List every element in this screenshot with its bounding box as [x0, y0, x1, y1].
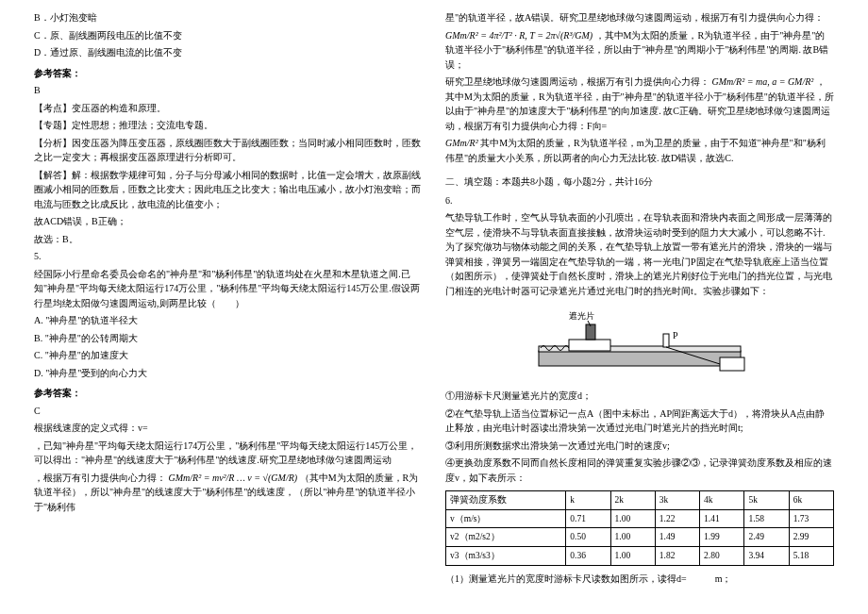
- option-b: B．小灯泡变暗: [34, 10, 423, 25]
- r-p4: 其中M为太阳的质量，R为轨道半径，m为卫星的质量，由于不知道"神舟星"和"杨利伟…: [445, 138, 826, 163]
- q6-step2: ②在气垫导轨上适当位置标记一点A（图中未标出，AP间距离远大于d），将滑块从A点…: [445, 407, 834, 436]
- svg-rect-6: [720, 357, 744, 371]
- q6-step3: ③利用所测数据求出滑块第一次通过光电门时的速度v;: [445, 439, 834, 454]
- q5-exp3-text: ，根据万有引力提供向心力得：: [34, 473, 166, 483]
- td: 2.99: [789, 528, 833, 547]
- r-formula3: GMm/R² 其中M为太阳的质量，R为轨道半径，m为卫星的质量，由于不知道"神舟…: [445, 136, 834, 165]
- th: 4k: [700, 491, 744, 510]
- td: 0.36: [566, 547, 610, 566]
- zhuanti: 【专题】定性思想；推理法；交流电专题。: [34, 118, 423, 133]
- page-container: B．小灯泡变暗 C．原、副线圈两段电压的比值不变 D．通过原、副线圈电流的比值不…: [0, 0, 868, 614]
- spring-table: 弹簧劲度系数 k 2k 3k 4k 5k 6k v（m/s） 0.71 1.00…: [445, 490, 834, 566]
- option-d: D．通过原、副线圈电流的比值不变: [34, 45, 423, 60]
- r-p3: 研究卫星绕地球做匀速圆周运动，根据万有引力提供向心力得：: [445, 76, 709, 87]
- r-formula1: GMm/R² = 4π²/T² · R, T = 2π√(R³/GM) ，其中M…: [445, 28, 834, 73]
- answer-heading: 参考答案：: [34, 66, 423, 81]
- td: 5.18: [789, 547, 833, 566]
- td: 3.94: [744, 547, 789, 566]
- q6-step1: ①用游标卡尺测量遮光片的宽度d；: [445, 389, 834, 404]
- left-column: B．小灯泡变暗 C．原、副线圈两段电压的比值不变 D．通过原、副线圈电流的比值不…: [23, 8, 434, 606]
- td: 1.73: [789, 509, 833, 528]
- jieda-result: 故ACD错误，B正确；: [34, 214, 423, 229]
- td: 1.00: [610, 509, 655, 528]
- td: 1.82: [655, 547, 699, 566]
- q5-exp2: ，已知"神舟星"平均每天绕太阳运行174万公里，"杨利伟星"平均每天绕太阳运行1…: [34, 439, 423, 468]
- td: v3（m3/s3）: [446, 547, 566, 566]
- td: 1.99: [700, 528, 744, 547]
- q6-number: 6.: [445, 193, 834, 208]
- q5-text: 经国际小行星命名委员会命名的"神舟星"和"杨利伟星"的轨道均处在火星和木星轨道之…: [34, 267, 423, 311]
- svg-rect-2: [569, 340, 610, 351]
- td: 1.00: [610, 547, 655, 566]
- svg-rect-3: [586, 324, 595, 340]
- table-row: v（m/s） 0.71 1.00 1.22 1.41 1.58 1.73: [446, 509, 834, 528]
- fenxi: 【分析】因变压器为降压变压器，原线圈匝数大于副线圈匝数；当同时减小相同匝数时，匝…: [34, 136, 423, 165]
- q5-answer-heading: 参考答案：: [34, 386, 423, 401]
- formula-icon: GMm/R²: [445, 138, 478, 148]
- table-row: v2（m2/s2） 0.50 1.00 1.49 1.99 2.49 2.99: [446, 528, 834, 547]
- td: 1.41: [700, 509, 744, 528]
- formula-icon: GMm/R² = ma, a = GM/R²: [712, 76, 814, 87]
- td: 0.71: [566, 509, 610, 528]
- jieda-select: 故选：B。: [34, 232, 423, 247]
- diagram-label-p: P: [673, 330, 678, 340]
- kaodian: 【考点】变压器的构造和原理。: [34, 101, 423, 116]
- diagram-label-light: 遮光片: [569, 311, 594, 321]
- td: 1.49: [655, 528, 699, 547]
- th: k: [566, 491, 610, 510]
- q5-opt-d: D. "神舟星"受到的向心力大: [34, 366, 423, 381]
- r-p3-wrap: 研究卫星绕地球做匀速圆周运动，根据万有引力提供向心力得： GMm/R² = ma…: [445, 75, 834, 133]
- q6-text: 气垫导轨工作时，空气从导轨表面的小孔喷出，在导轨表面和滑块内表面之间形成一层薄薄…: [445, 210, 834, 298]
- section-2-title: 二、填空题：本题共8小题，每小题2分，共计16分: [445, 174, 834, 190]
- svg-rect-0: [539, 351, 741, 366]
- td: 1.22: [655, 509, 699, 528]
- td: v2（m2/s2）: [446, 528, 566, 547]
- th: 2k: [610, 491, 655, 510]
- answer-value: B: [34, 83, 423, 98]
- r-p1: 星"的轨道半径，故A错误。研究卫星绕地球做匀速圆周运动，根据万有引力提供向心力得…: [445, 10, 834, 25]
- right-column: 星"的轨道半径，故A错误。研究卫星绕地球做匀速圆周运动，根据万有引力提供向心力得…: [434, 8, 845, 606]
- td: 1.58: [744, 509, 789, 528]
- td: 0.50: [566, 528, 610, 547]
- jieda-body: 【解答】解：根据数学规律可知，分子与分母减小相同的数据时，比值一定会增大，故原副…: [34, 168, 423, 212]
- q5-exp1: 根据线速度的定义式得：v=: [34, 421, 423, 436]
- formula-icon: GMm/R² = 4π²/T² · R, T = 2π√(R³/GM): [445, 30, 593, 41]
- th: 3k: [655, 491, 699, 510]
- table-row: v3（m3/s3） 0.36 1.00 1.82 2.80 3.94 5.18: [446, 547, 834, 566]
- table-row: 弹簧劲度系数 k 2k 3k 4k 5k 6k: [446, 491, 834, 510]
- q5-opt-c: C. "神舟星"的加速度大: [34, 348, 423, 363]
- th: 5k: [744, 491, 789, 510]
- option-c: C．原、副线圈两段电压的比值不变: [34, 28, 423, 43]
- td: 2.49: [744, 528, 789, 547]
- formula-icon: GMm/R² = mv²/R … v = √(GM/R): [169, 473, 298, 483]
- q6-sub1: （1）测量遮光片的宽度时游标卡尺读数如图所示，读得d= m；: [445, 572, 834, 587]
- td: 1.00: [610, 528, 655, 547]
- q5-exp3: ，根据万有引力提供向心力得： GMm/R² = mv²/R … v = √(GM…: [34, 471, 423, 515]
- q5-answer-value: C: [34, 404, 423, 419]
- q6-step4: ④更换劲度系数不同而自然长度相同的弹簧重复实验步骤②③，记录弹簧劲度系数及相应的…: [445, 456, 834, 485]
- svg-rect-5: [663, 334, 669, 347]
- q5-opt-a: A. "神舟星"的轨道半径大: [34, 313, 423, 328]
- td: v（m/s）: [446, 509, 566, 528]
- th: 6k: [789, 491, 833, 510]
- apparatus-diagram: 遮光片 P: [531, 306, 748, 381]
- q5-opt-b: B. "神舟星"的公转周期大: [34, 331, 423, 346]
- th: 弹簧劲度系数: [446, 491, 566, 510]
- td: 2.80: [700, 547, 744, 566]
- q5-number: 5.: [34, 249, 423, 264]
